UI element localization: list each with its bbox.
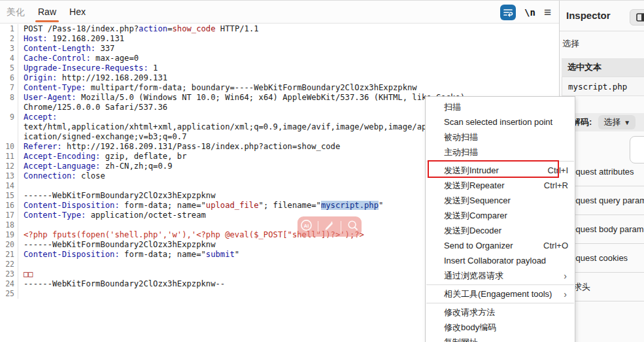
line-text: Content-Type: application/octet-stream <box>18 211 206 220</box>
code-line[interactable]: 2Host: 192.168.209.131 <box>0 34 559 44</box>
line-text <box>18 181 24 191</box>
menu-item-label: 修改body编码 <box>444 322 568 333</box>
line-number: 9 <box>0 112 18 122</box>
line-number <box>0 122 18 132</box>
editor-toolbar-icons: \n ≡ <box>500 1 551 24</box>
menu-shortcut: Ctrl+R <box>544 180 568 190</box>
menu-item-label: 被动扫描 <box>444 131 568 143</box>
line-number: 12 <box>0 162 18 171</box>
line-text: Origin: http://192.168.209.131 <box>18 73 167 83</box>
menu-item[interactable]: 发送到Decoder <box>426 223 575 238</box>
submenu-arrow-icon: › <box>564 289 568 299</box>
menu-item-label: Insert Collaborator payload <box>444 256 568 265</box>
line-number: 7 <box>0 83 18 93</box>
line-number: 15 <box>0 191 18 201</box>
menu-item-highlighted[interactable]: 发送到IntruderCtrl+I <box>426 163 575 178</box>
line-text: □□ <box>18 269 33 279</box>
line-number: 18 <box>0 220 18 230</box>
menu-item-label: 通过浏览器请求 <box>444 270 564 282</box>
menu-separator <box>426 284 574 285</box>
line-number: 21 <box>0 250 18 260</box>
line-number <box>0 103 18 112</box>
line-number: 13 <box>0 171 18 181</box>
inspector-collapse-icon[interactable] <box>630 9 644 26</box>
editor-tabbar: 美化 Raw Hex \n ≡ <box>0 1 559 24</box>
line-number: 23 <box>0 269 18 279</box>
line-text: Cache-Control: max-age=0 <box>18 54 139 63</box>
line-number: 24 <box>0 279 18 289</box>
line-text: ------WebKitFormBoundary2ClOzx3hExpzpknw… <box>18 279 225 289</box>
toolbar-divider <box>341 221 341 233</box>
line-text: Referer: http://192.168.209.131/Pass-18/… <box>18 142 340 152</box>
search-magnifier-icon[interactable] <box>347 219 359 234</box>
line-number: 3 <box>0 44 18 54</box>
line-text <box>18 220 24 230</box>
burp-ai-icon[interactable]: AI <box>300 219 313 234</box>
code-line[interactable]: 4Cache-Control: max-age=0 <box>0 54 559 63</box>
menu-item[interactable]: Insert Collaborator payload <box>426 253 575 268</box>
newline-toggle-icon[interactable]: \n <box>524 7 535 18</box>
divider <box>560 31 644 31</box>
menu-separator <box>426 303 574 303</box>
menu-item[interactable]: 修改body编码 <box>426 320 575 335</box>
menu-item[interactable]: 复制网址 <box>426 335 575 342</box>
selected-text-value[interactable]: myscript.php <box>562 77 644 96</box>
tab-hex[interactable]: Hex <box>63 1 92 23</box>
edit-pen-icon[interactable] <box>323 219 335 234</box>
menu-shortcut: Ctrl+O <box>543 241 568 250</box>
line-text <box>18 260 24 269</box>
tab-raw[interactable]: Raw <box>31 1 63 23</box>
line-number: 14 <box>0 181 18 191</box>
line-number: 6 <box>0 73 18 83</box>
line-text: Upgrade-Insecure-Requests: 1 <box>18 63 158 73</box>
line-number <box>0 132 18 142</box>
menu-item[interactable]: 相关工具(Engagement tools)› <box>426 286 575 301</box>
line-text: Accept: <box>18 112 57 122</box>
line-number: 19 <box>0 230 18 240</box>
tab-beautify[interactable]: 美化 <box>0 1 31 23</box>
menu-item-label: Scan selected insertion point <box>444 117 568 127</box>
line-text: Content-Disposition: form-data; name="su… <box>18 250 239 260</box>
menu-item[interactable]: 发送到Sequencer <box>426 193 575 208</box>
menu-item[interactable]: 主动扫描 <box>426 145 575 160</box>
line-number: 22 <box>0 260 18 269</box>
line-text: Content-Type: multipart/form-data; bound… <box>18 83 417 93</box>
burp-suite-window: 美化 Raw Hex \n ≡ 1POST /Pass-18/index.php… <box>0 0 644 342</box>
line-text <box>18 289 24 299</box>
menu-item-label: 发送到Intruder <box>444 165 548 177</box>
menu-item[interactable]: 修改请求方法 <box>426 305 575 320</box>
inspector-title: Inspector <box>566 10 611 21</box>
editor-menu-icon[interactable]: ≡ <box>544 6 551 18</box>
line-number: 20 <box>0 240 18 250</box>
menu-item-label: 发送到Decoder <box>444 225 568 237</box>
selected-text-header[interactable]: 选中文本 <box>562 58 644 77</box>
menu-item[interactable]: 发送到RepeaterCtrl+R <box>426 178 575 193</box>
menu-item-label: 相关工具(Engagement tools) <box>444 288 564 300</box>
menu-item[interactable]: 被动扫描 <box>426 129 575 145</box>
code-line[interactable]: 7Content-Type: multipart/form-data; boun… <box>0 83 559 93</box>
line-text: ------WebKitFormBoundary2ClOzx3hExpzpknw <box>18 191 216 201</box>
svg-text:AI: AI <box>303 223 309 229</box>
line-number: 8 <box>0 93 18 103</box>
line-text: Connection: close <box>18 171 105 181</box>
code-line[interactable]: 1POST /Pass-18/index.php?action=show_cod… <box>0 24 559 34</box>
line-number: 2 <box>0 34 18 44</box>
decode-dropdown[interactable]: 选择 ▼ <box>598 115 636 129</box>
code-line[interactable]: 5Upgrade-Insecure-Requests: 1 <box>0 63 559 73</box>
menu-item-label: 扫描 <box>444 101 568 113</box>
menu-item[interactable]: Send to OrganizerCtrl+O <box>426 238 575 253</box>
decode-dropdown-value: 选择 <box>603 116 620 128</box>
code-line[interactable]: 6Origin: http://192.168.209.131 <box>0 73 559 83</box>
menu-item[interactable]: 发送到Comparer <box>426 208 575 223</box>
menu-item[interactable]: 扫描 <box>426 99 575 114</box>
context-menu: 扫描Scan selected insertion point被动扫描主动扫描发… <box>425 96 575 342</box>
word-wrap-toggle-icon[interactable] <box>500 5 516 20</box>
menu-item-label: 发送到Comparer <box>444 210 568 222</box>
menu-item[interactable]: 通过浏览器请求› <box>426 268 575 283</box>
menu-item-label: 复制网址 <box>444 337 568 342</box>
chevron-down-icon: ▼ <box>624 119 630 126</box>
code-line[interactable]: 3Content-Length: 337 <box>0 44 559 54</box>
line-number: 25 <box>0 289 18 299</box>
menu-item[interactable]: Scan selected insertion point <box>426 114 575 129</box>
line-text: Content-Disposition: form-data; name="up… <box>18 201 383 211</box>
